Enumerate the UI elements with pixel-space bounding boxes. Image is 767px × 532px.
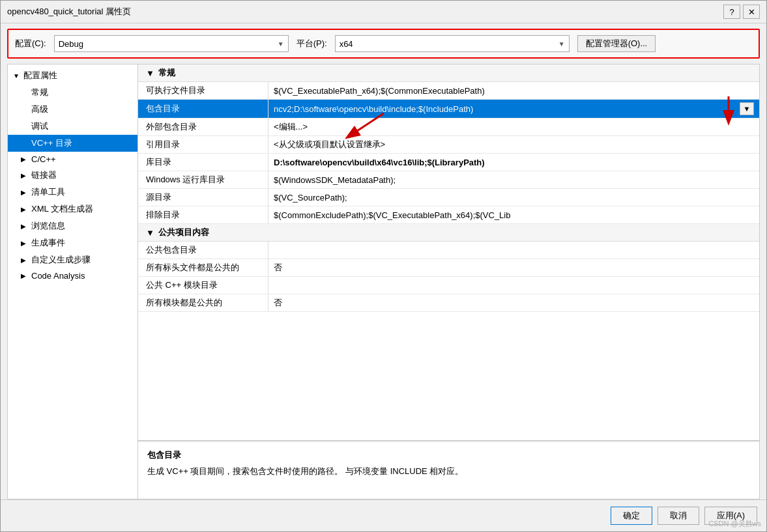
sidebar-label-7: 清单工具: [31, 186, 65, 198]
sidebar-label-6: 链接器: [31, 169, 57, 181]
prop-row-winrt-dir[interactable]: Windows 运行库目录 $(WindowsSDK_MetadataPath)…: [138, 171, 759, 189]
expand-icon-10: ▶: [21, 240, 29, 247]
bottom-bar: 确定 取消 应用(A): [1, 499, 766, 531]
section-header-general: ▼ 常规: [138, 64, 759, 82]
prop-row-pub-include[interactable]: 公共包含目录: [138, 242, 759, 259]
expand-icon-5: ▶: [21, 156, 29, 163]
title-buttons: ? ✕: [723, 5, 760, 19]
prop-value-winrt-dir: $(WindowsSDK_MetadataPath);: [268, 171, 759, 188]
prop-row-include-dir[interactable]: 包含目录 ncv2;D:\software\opencv\build\inclu…: [138, 100, 759, 119]
prop-name-all-modules-public: 所有模块都是公共的: [138, 294, 268, 311]
sidebar-label-10: 生成事件: [31, 237, 65, 249]
sidebar-label-1: 常规: [31, 87, 48, 98]
expand-icon-7: ▶: [21, 189, 29, 196]
prop-value-src-dir: $(VC_SourcePath);: [268, 189, 759, 206]
sidebar-label-0: 配置属性: [23, 70, 57, 81]
prop-name-pub-module-dir: 公共 C++ 模块目录: [138, 277, 268, 294]
prop-row-lib-dir[interactable]: 库目录 D:\software\opencv\build\x64\vc16\li…: [138, 154, 759, 171]
platform-value: x64: [340, 39, 353, 49]
prop-value-lib-dir: D:\software\opencv\build\x64\vc16\lib;$(…: [268, 154, 759, 171]
sidebar-item-build-events[interactable]: ▶ 生成事件: [8, 234, 137, 251]
prop-row-pub-module-dir[interactable]: 公共 C++ 模块目录: [138, 277, 759, 294]
prop-row-src-dir[interactable]: 源目录 $(VC_SourcePath);: [138, 189, 759, 206]
sidebar-item-xml-gen[interactable]: ▶ XML 文档生成器: [8, 201, 137, 217]
prop-row-all-modules-public[interactable]: 所有模块都是公共的 否: [138, 294, 759, 312]
expand-icon-12: ▶: [21, 272, 29, 279]
platform-label: 平台(P):: [297, 38, 327, 49]
sidebar-item-general[interactable]: 常规: [8, 84, 137, 101]
expand-icon-0: ▼: [13, 72, 21, 79]
config-select[interactable]: Debug ▼: [54, 35, 289, 52]
main-content: ▼ 配置属性 常规 高级 调试 VC++ 目录: [7, 64, 760, 499]
section-title-2: 公共项目内容: [158, 227, 209, 238]
platform-select[interactable]: x64 ▼: [335, 35, 570, 52]
sidebar-item-manifest[interactable]: ▶ 清单工具: [8, 184, 137, 201]
description-title: 包含目录: [147, 449, 750, 461]
prop-value-edit-include: ncv2;D:\software\opencv\build\include;$(…: [274, 102, 754, 115]
section-title-1: 常规: [158, 67, 175, 79]
sidebar-item-code-analysis[interactable]: ▶ Code Analysis: [8, 268, 137, 283]
prop-row-ref-dir[interactable]: 引用目录 <从父级或项目默认设置继承>: [138, 136, 759, 154]
prop-value-exclude-dir: $(CommonExcludePath);$(VC_ExecutablePath…: [268, 206, 759, 223]
sidebar-item-advanced[interactable]: 高级: [8, 101, 137, 118]
ok-button[interactable]: 确定: [611, 507, 652, 525]
prop-name-executable-dir: 可执行文件目录: [138, 82, 268, 99]
sidebar-item-debug[interactable]: 调试: [8, 118, 137, 135]
prop-row-executable-dir[interactable]: 可执行文件目录 $(VC_ExecutablePath_x64);$(Commo…: [138, 82, 759, 100]
properties-table: ▼ 常规 可执行文件目录 $(VC_ExecutablePath_x64);$(…: [138, 64, 759, 440]
config-manager-button[interactable]: 配置管理器(O)...: [577, 35, 656, 52]
prop-name-all-headers-public: 所有标头文件都是公共的: [138, 259, 268, 276]
sidebar-item-cpp[interactable]: ▶ C/C++: [8, 152, 137, 167]
sidebar-label-3: 调试: [31, 120, 48, 132]
sidebar-item-linker[interactable]: ▶ 链接器: [8, 167, 137, 184]
sidebar-item-vc-dirs[interactable]: VC++ 目录: [8, 135, 137, 152]
sidebar-item-browse-info[interactable]: ▶ 浏览信息: [8, 217, 137, 234]
section-header-public: ▼ 公共项目内容: [138, 224, 759, 242]
close-button[interactable]: ✕: [743, 5, 760, 19]
watermark: CSDN @吴胜ws: [708, 519, 761, 529]
expand-icon-9: ▶: [21, 223, 29, 230]
section-expand-icon-2: ▼: [146, 228, 154, 238]
sidebar-item-config-props[interactable]: ▼ 配置属性: [8, 67, 137, 84]
sidebar-label-8: XML 文档生成器: [31, 203, 93, 215]
section-expand-icon-1: ▼: [146, 68, 154, 78]
prop-name-src-dir: 源目录: [138, 189, 268, 206]
sidebar: ▼ 配置属性 常规 高级 调试 VC++ 目录: [7, 64, 137, 499]
prop-value-all-headers-public: 否: [268, 259, 759, 276]
expand-icon-6: ▶: [21, 172, 29, 179]
prop-value-pub-module-dir: [268, 277, 759, 294]
sidebar-label-12: Code Analysis: [31, 271, 85, 281]
title-bar: opencv480_quick_tutorial 属性页 ? ✕: [1, 1, 766, 23]
description-area: 包含目录 生成 VC++ 项目期间，搜索包含文件时使用的路径。 与环境变量 IN…: [138, 440, 759, 499]
description-text: 生成 VC++ 项目期间，搜索包含文件时使用的路径。 与环境变量 INCLUDE…: [147, 465, 750, 478]
config-dropdown-arrow: ▼: [278, 40, 284, 48]
help-button[interactable]: ?: [723, 5, 740, 19]
config-label: 配置(C):: [15, 38, 46, 49]
sidebar-label-5: C/C++: [31, 154, 56, 164]
prop-name-lib-dir: 库目录: [138, 154, 268, 171]
expand-icon-8: ▶: [21, 206, 29, 213]
config-value: Debug: [59, 39, 83, 49]
prop-value-external-include: <编辑...>: [268, 119, 759, 135]
include-dir-edit-btn[interactable]: ▼: [740, 102, 754, 115]
platform-dropdown-arrow: ▼: [558, 40, 565, 48]
prop-value-ref-dir: <从父级或项目默认设置继承>: [268, 136, 759, 153]
prop-name-exclude-dir: 排除目录: [138, 206, 268, 223]
sidebar-label-2: 高级: [31, 104, 48, 115]
prop-value-pub-include: [268, 242, 759, 259]
prop-name-pub-include: 公共包含目录: [138, 242, 268, 259]
prop-value-executable-dir: $(VC_ExecutablePath_x64);$(CommonExecuta…: [268, 82, 759, 99]
prop-row-external-include[interactable]: 外部包含目录 <编辑...>: [138, 119, 759, 136]
prop-name-ref-dir: 引用目录: [138, 136, 268, 153]
include-dir-text: ncv2;D:\software\opencv\build\include;$(…: [274, 104, 737, 114]
prop-name-external-include: 外部包含目录: [138, 119, 268, 135]
sidebar-label-11: 自定义生成步骤: [31, 254, 91, 266]
prop-row-exclude-dir[interactable]: 排除目录 $(CommonExcludePath);$(VC_Executabl…: [138, 206, 759, 224]
prop-row-all-headers-public[interactable]: 所有标头文件都是公共的 否: [138, 259, 759, 277]
sidebar-item-custom-build[interactable]: ▶ 自定义生成步骤: [8, 251, 137, 268]
config-bar: 配置(C): Debug ▼ 平台(P): x64 ▼ 配置管理器(O)...: [7, 29, 760, 59]
prop-value-include-dir: ncv2;D:\software\opencv\build\include;$(…: [268, 100, 759, 118]
right-panel: ▼ 常规 可执行文件目录 $(VC_ExecutablePath_x64);$(…: [137, 64, 760, 499]
dialog-title: opencv480_quick_tutorial 属性页: [7, 6, 131, 18]
cancel-button[interactable]: 取消: [658, 507, 699, 525]
